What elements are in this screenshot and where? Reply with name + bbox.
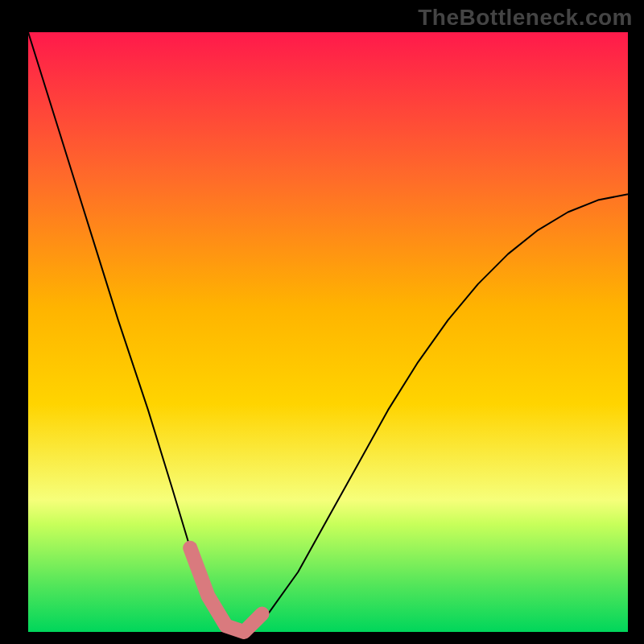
- bottleneck-chart: [0, 0, 644, 644]
- plot-background: [28, 32, 628, 632]
- chart-stage: TheBottleneck.com: [0, 0, 644, 644]
